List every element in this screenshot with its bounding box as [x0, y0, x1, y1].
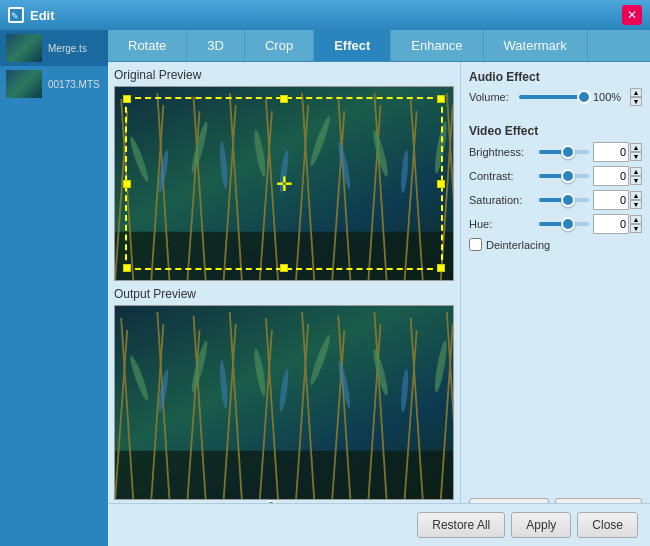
- preview-area: Original Preview: [108, 62, 460, 546]
- output-video-content: [115, 306, 453, 499]
- apply-button[interactable]: Apply: [511, 512, 571, 538]
- crop-handle-br[interactable]: [437, 264, 445, 272]
- hue-input[interactable]: [593, 214, 629, 234]
- saturation-thumb[interactable]: [561, 193, 575, 207]
- svg-rect-36: [115, 451, 453, 499]
- hue-label: Hue:: [469, 218, 539, 230]
- contrast-track[interactable]: [539, 174, 589, 178]
- file-name-merge: Merge.ts: [48, 43, 87, 54]
- tab-crop[interactable]: Crop: [245, 30, 314, 61]
- deinterlacing-row: Deinterlacing: [469, 238, 642, 251]
- tab-bar: Rotate 3D Crop Effect Enhance Watermark: [108, 30, 650, 62]
- volume-slider-thumb: [577, 90, 591, 104]
- contrast-up[interactable]: ▲: [630, 167, 642, 176]
- brightness-row: Brightness: ▲ ▼: [469, 142, 642, 162]
- crop-handle-tr[interactable]: [437, 95, 445, 103]
- contrast-input[interactable]: [593, 166, 629, 186]
- brightness-down[interactable]: ▼: [630, 152, 642, 161]
- brightness-track[interactable]: [539, 150, 589, 154]
- volume-label: Volume:: [469, 91, 519, 103]
- brightness-label: Brightness:: [469, 146, 539, 158]
- video-effect-section: Video Effect Brightness: ▲ ▼: [469, 124, 642, 251]
- hue-thumb[interactable]: [561, 217, 575, 231]
- contrast-spinners: ▲ ▼: [630, 167, 642, 185]
- contrast-thumb[interactable]: [561, 169, 575, 183]
- file-name-00173: 00173.MTS: [48, 79, 100, 90]
- tab-3d[interactable]: 3D: [187, 30, 245, 61]
- saturation-down[interactable]: ▼: [630, 200, 642, 209]
- volume-down-button[interactable]: ▼: [630, 97, 642, 106]
- file-thumb-00173: [6, 70, 42, 98]
- svg-text:✎: ✎: [11, 11, 19, 21]
- app-icon: ✎: [8, 7, 24, 23]
- volume-percentage: 100%: [593, 91, 629, 103]
- tab-rotate[interactable]: Rotate: [108, 30, 187, 61]
- right-panel: Audio Effect Volume: 100% ▲ ▼ Video Ef: [460, 62, 650, 546]
- brightness-spinners: ▲ ▼: [630, 143, 642, 161]
- hue-track[interactable]: [539, 222, 589, 226]
- hue-up[interactable]: ▲: [630, 215, 642, 224]
- bottom-bar: Restore All Apply Close: [108, 503, 650, 546]
- saturation-input[interactable]: [593, 190, 629, 210]
- volume-spinners: ▲ ▼: [630, 88, 642, 106]
- saturation-track[interactable]: [539, 198, 589, 202]
- tab-effect[interactable]: Effect: [314, 30, 391, 61]
- crop-handle-mr[interactable]: [437, 180, 445, 188]
- title-bar: ✎ Edit ✕: [0, 0, 650, 30]
- restore-all-button[interactable]: Restore All: [417, 512, 505, 538]
- output-preview: [114, 305, 454, 500]
- tab-watermark[interactable]: Watermark: [484, 30, 588, 61]
- hue-spinners: ▲ ▼: [630, 215, 642, 233]
- crop-handle-tl[interactable]: [123, 95, 131, 103]
- saturation-up[interactable]: ▲: [630, 191, 642, 200]
- crop-overlay: ✛: [125, 97, 443, 270]
- contrast-label: Contrast:: [469, 170, 539, 182]
- deinterlacing-label: Deinterlacing: [486, 239, 550, 251]
- volume-slider-wide[interactable]: [519, 95, 589, 99]
- content-area: Original Preview: [108, 62, 650, 546]
- crop-handle-tm[interactable]: [280, 95, 288, 103]
- contrast-slider-container: [539, 168, 589, 184]
- crop-handle-ml[interactable]: [123, 180, 131, 188]
- volume-up-button[interactable]: ▲: [630, 88, 642, 97]
- saturation-label: Saturation:: [469, 194, 539, 206]
- original-preview: ✛: [114, 86, 454, 281]
- volume-row: Volume: 100% ▲ ▼: [469, 88, 642, 106]
- brightness-slider-container: [539, 144, 589, 160]
- brightness-input[interactable]: [593, 142, 629, 162]
- hue-slider-container: [539, 216, 589, 232]
- deinterlacing-checkbox[interactable]: [469, 238, 482, 251]
- main-content: Rotate 3D Crop Effect Enhance Watermark …: [108, 30, 650, 546]
- crosshair: ✛: [276, 174, 293, 194]
- audio-effect-title: Audio Effect: [469, 70, 642, 84]
- contrast-down[interactable]: ▼: [630, 176, 642, 185]
- output-preview-label: Output Preview: [114, 287, 454, 301]
- tab-enhance[interactable]: Enhance: [391, 30, 483, 61]
- brightness-thumb[interactable]: [561, 145, 575, 159]
- window-title: Edit: [30, 8, 622, 23]
- audio-effect-section: Audio Effect Volume: 100% ▲ ▼: [469, 70, 642, 112]
- brightness-up[interactable]: ▲: [630, 143, 642, 152]
- saturation-slider-container: [539, 192, 589, 208]
- crop-handle-bl[interactable]: [123, 264, 131, 272]
- hue-down[interactable]: ▼: [630, 224, 642, 233]
- original-preview-label: Original Preview: [114, 68, 454, 82]
- hue-row: Hue: ▲ ▼: [469, 214, 642, 234]
- contrast-row: Contrast: ▲ ▼: [469, 166, 642, 186]
- close-dialog-button[interactable]: Close: [577, 512, 638, 538]
- file-item-merge[interactable]: Merge.ts: [0, 30, 108, 66]
- original-video-content: ✛: [115, 87, 453, 280]
- close-button[interactable]: ✕: [622, 5, 642, 25]
- file-item-00173[interactable]: 00173.MTS: [0, 66, 108, 102]
- saturation-spinners: ▲ ▼: [630, 191, 642, 209]
- file-thumb-merge: [6, 34, 42, 62]
- saturation-row: Saturation: ▲ ▼: [469, 190, 642, 210]
- video-effect-title: Video Effect: [469, 124, 642, 138]
- crop-handle-bm[interactable]: [280, 264, 288, 272]
- file-list: Merge.ts 00173.MTS: [0, 30, 108, 546]
